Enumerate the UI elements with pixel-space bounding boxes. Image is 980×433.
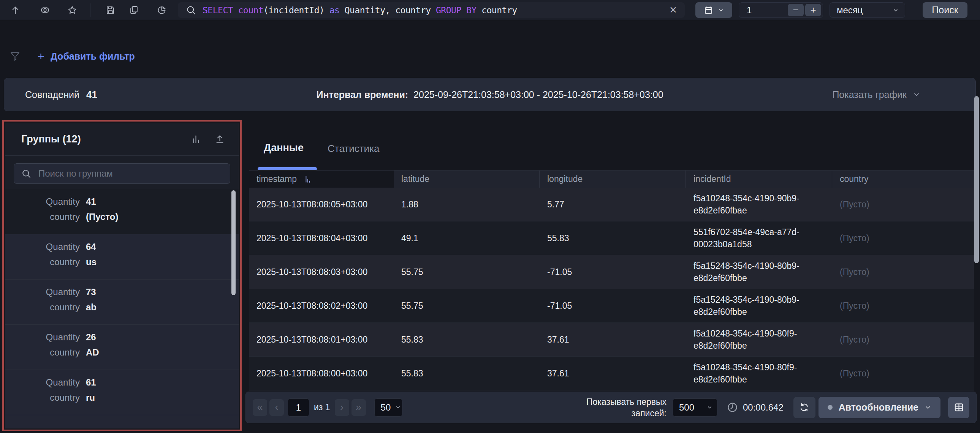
group-metric-label: Quantity [5, 195, 80, 208]
cell-timestamp: 2025-10-13T08:08:05+03:00 [249, 188, 394, 221]
cell-incidentid: f5a15248-354c-4190-80b9-e8d2ef60fbbe [686, 289, 832, 322]
venn-icon[interactable] [37, 0, 53, 20]
chevron-down-icon [395, 404, 401, 410]
column-header-country[interactable]: country [832, 171, 974, 188]
save-icon[interactable] [102, 0, 119, 20]
query-input[interactable]: SELECT count(incidentId) as Quantity, co… [178, 2, 685, 18]
page-input[interactable] [288, 398, 309, 417]
page-size-value: 50 [381, 402, 391, 413]
group-item[interactable]: Quantity64 countryus [5, 234, 239, 279]
groups-panel: Группы (12) Quantity41 country(Пусто) [5, 123, 239, 428]
interval-count-input[interactable]: 1 [747, 5, 752, 16]
cell-country: (Пусто) [832, 289, 974, 322]
export-icon[interactable] [215, 134, 225, 144]
cell-latitude: 1.88 [394, 188, 539, 221]
status-dot [827, 405, 832, 410]
interval-range: 2025-09-26T21:03:58+03:00 - 2025-10-26T2… [414, 89, 663, 100]
cell-country: (Пусто) [832, 323, 974, 356]
prev-page-button[interactable]: ‹ [269, 399, 284, 416]
groups-scrollbar[interactable] [231, 190, 235, 295]
column-header-incidentid[interactable]: incidentId [686, 171, 832, 188]
cell-incidentid: f5a10248-354c-4190-90b9-e8d2ef60fbae [686, 188, 832, 221]
group-field-label: country [5, 301, 80, 314]
cell-longitude: 5.77 [539, 188, 686, 221]
filter-funnel-icon [9, 50, 21, 62]
add-filter-button[interactable]: Добавить фильтр [37, 51, 135, 62]
cell-latitude: 55.75 [394, 289, 539, 322]
group-metric-label: Quantity [5, 331, 80, 344]
bar-chart-icon[interactable] [191, 134, 201, 144]
cell-longitude: 55.83 [539, 221, 686, 255]
groups-list: Quantity41 country(Пусто) Quantity64 cou… [5, 189, 239, 428]
group-item[interactable]: Quantity41 country(Пусто) [5, 189, 239, 234]
cell-country: (Пусто) [832, 255, 974, 289]
table-row[interactable]: 2025-10-13T08:08:01+03:00 55.83 37.61 f5… [249, 323, 974, 357]
next-page-button[interactable]: › [335, 399, 349, 416]
increment-button[interactable]: + [805, 4, 821, 16]
clear-query-icon[interactable]: ✕ [669, 5, 677, 16]
group-field-value: ru [86, 391, 95, 404]
upload-icon[interactable] [7, 0, 24, 20]
refresh-button[interactable] [794, 397, 816, 418]
interval-unit-select[interactable]: месяц [829, 2, 905, 18]
page-scrollbar[interactable] [974, 96, 979, 263]
group-field-label: country [5, 255, 80, 268]
group-metric-value: 26 [86, 331, 96, 344]
chevron-down-icon [913, 91, 920, 98]
group-field-label: country [5, 346, 80, 359]
first-page-button[interactable]: « [253, 399, 267, 416]
toolbar-divider [90, 3, 91, 17]
chevron-down-icon [707, 404, 713, 410]
cell-latitude: 55.83 [394, 323, 539, 356]
pie-chart-icon[interactable] [153, 0, 170, 20]
table-row[interactable]: 2025-10-13T08:08:02+03:00 55.75 -71.05 f… [249, 289, 974, 323]
add-filter-label: Добавить фильтр [51, 51, 135, 62]
elapsed-time: 00:00.642 [743, 402, 784, 413]
cell-incidentid: f5a15248-354c-4190-80b9-e8d2ef60fbbe [686, 255, 832, 289]
calendar-button[interactable] [695, 2, 732, 18]
column-header-latitude[interactable]: latitude [394, 171, 539, 188]
table-header: timestamp latitude longitude incidentId … [249, 171, 974, 188]
group-metric-label: Quantity [5, 285, 80, 298]
grid-view-icon[interactable] [948, 397, 969, 418]
group-item[interactable]: Quantity61 countryru [5, 370, 239, 415]
group-field-label: country [5, 211, 80, 223]
tab-statistics[interactable]: Статистика [328, 143, 380, 155]
groups-search-input[interactable] [38, 168, 223, 179]
pagination-bar: « ‹ из 1 › » 50 Показывать первых записе… [245, 392, 977, 423]
cell-country: (Пусто) [832, 221, 974, 255]
group-item[interactable]: Quantity73 countryab [5, 279, 239, 325]
table-row[interactable]: 2025-10-13T08:08:00+03:00 55.83 37.61 f5… [249, 357, 974, 390]
table-row[interactable]: 2025-10-13T08:08:04+03:00 49.1 55.83 551… [249, 221, 974, 255]
column-header-longitude[interactable]: longitude [539, 171, 686, 188]
cell-timestamp: 2025-10-13T08:08:03+03:00 [249, 255, 394, 289]
group-field-value: (Пусто) [86, 211, 118, 223]
last-page-button[interactable]: » [352, 399, 366, 416]
record-limit-select[interactable]: 500 [673, 398, 718, 417]
summary-bar: Совпадений 41 Интервал времени: 2025-09-… [4, 78, 976, 111]
star-icon[interactable] [64, 0, 81, 20]
cell-timestamp: 2025-10-13T08:08:04+03:00 [249, 221, 394, 255]
sort-icon [304, 175, 312, 184]
matches-label: Совпадений [25, 89, 80, 100]
table-row[interactable]: 2025-10-13T08:08:03+03:00 55.75 -71.05 f… [249, 255, 974, 289]
decrement-button[interactable]: − [788, 4, 804, 16]
search-button-label: Поиск [932, 5, 958, 16]
column-label: latitude [401, 174, 430, 184]
cell-longitude: 37.61 [539, 357, 686, 390]
table-row[interactable]: 2025-10-13T08:08:05+03:00 1.88 5.77 f5a1… [249, 188, 974, 221]
interval-unit-value: месяц [837, 5, 863, 16]
show-chart-toggle[interactable]: Показать график [832, 78, 920, 111]
group-item[interactable]: Quantity26 countryAD [5, 325, 239, 370]
page-size-select[interactable]: 50 [374, 398, 402, 417]
autorefresh-button[interactable]: Автообновление [818, 397, 940, 418]
column-label: country [840, 174, 868, 184]
cell-country: (Пусто) [832, 188, 974, 221]
column-label: longitude [547, 174, 582, 184]
cell-timestamp: 2025-10-13T08:08:01+03:00 [249, 323, 394, 356]
tab-data[interactable]: Данные [264, 142, 304, 154]
copy-icon[interactable] [126, 0, 142, 20]
group-field-value: AD [86, 346, 99, 359]
column-header-timestamp[interactable]: timestamp [249, 171, 394, 188]
search-button[interactable]: Поиск [923, 2, 967, 18]
